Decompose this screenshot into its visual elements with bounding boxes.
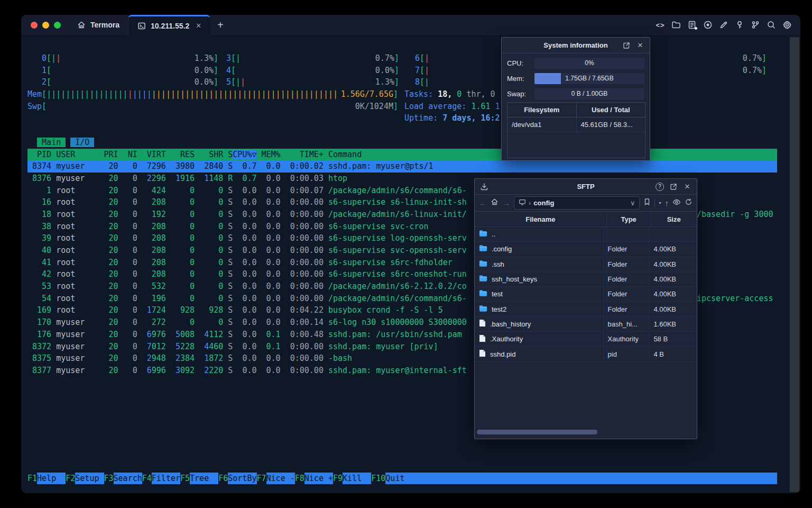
up-directory-icon[interactable]: ↑ [665, 198, 669, 207]
cpu-meter-4: 4[0.0%] [226, 65, 399, 77]
open-in-window-icon[interactable] [669, 183, 678, 191]
tasks-summary: Tasks: 18, 0 thr, 0 [404, 88, 495, 101]
file-row[interactable]: testFolder4.00KB [475, 287, 697, 302]
bookmark-icon[interactable] [643, 198, 651, 208]
new-tab-button[interactable]: + [210, 15, 231, 35]
cpu-meter-0: 0[||1.3%] [42, 52, 218, 65]
file-type: Folder [604, 257, 650, 271]
app-window: Termora 10.211.55.2 ✕ + <> [21, 15, 800, 493]
sysinfo-meter-row: CPU:0% [507, 57, 644, 69]
fkey-button-kill[interactable]: Kill [343, 473, 371, 484]
file-name: .. [492, 230, 495, 238]
current-directory: config [533, 199, 554, 207]
tab-session[interactable]: 10.211.55.2 ✕ [128, 15, 210, 35]
column-filename[interactable]: Filename [475, 212, 607, 226]
log-notes-icon[interactable] [687, 20, 697, 30]
keys-icon[interactable] [735, 20, 744, 30]
file-row[interactable]: .sshFolder4.00KB [475, 257, 697, 272]
htop-function-bar: F1Help F2Setup F3SearchF4FilterF5Tree F6… [27, 473, 777, 484]
maximize-window-button[interactable] [54, 22, 61, 29]
sort-column-cpu[interactable]: CPU%▽ [233, 150, 256, 159]
titlebar: Termora 10.211.55.2 ✕ + <> [21, 15, 800, 35]
fkey-button-nice-[interactable]: Nice - [266, 473, 295, 484]
bookmark-dropdown-caret[interactable]: ▾ [659, 201, 661, 205]
memory-meter-row: Mem[||||||||||||||||||||||||||||||||||||… [27, 88, 777, 101]
tab-label: Termora [90, 21, 119, 29]
open-in-window-icon[interactable] [622, 41, 631, 50]
fkey-button-search[interactable]: Search [114, 473, 142, 484]
cpu-meter-1: 1[0.0%] [42, 65, 218, 77]
traffic-lights [21, 15, 68, 35]
fkey-button-quit[interactable]: Quit [385, 473, 777, 484]
folder-icon[interactable] [671, 20, 681, 30]
command-tail: /basedir -g 3000 [697, 208, 773, 221]
minimize-window-button[interactable] [42, 22, 49, 29]
show-hidden-eye-icon[interactable] [672, 198, 681, 208]
file-name: test2 [492, 305, 506, 313]
column-filesystem: Filesystem [508, 103, 577, 117]
file-row[interactable]: test2Folder4.00KB [475, 302, 697, 316]
file-row[interactable]: .configFolder4.00KB [475, 242, 697, 257]
meter-value: 0 B / 1.00GB [534, 88, 644, 99]
file-type: Folder [604, 272, 650, 286]
uptime-row: Uptime: 7 days, 16:2 [27, 112, 777, 124]
file-row[interactable]: .. [475, 227, 697, 242]
file-icon [479, 349, 486, 359]
column-used-total: Used / Total [577, 103, 645, 117]
process-row[interactable]: 8374 myuser 20 0 7296 3980 2840 S 0.7 0.… [27, 160, 777, 173]
file-row[interactable]: .XauthorityXauthority58 B [475, 332, 697, 347]
process-table-header[interactable]: PID USER PRI NI VIRT RES SHR SCPU%▽ MEM%… [27, 149, 777, 161]
column-size[interactable]: Size [651, 212, 697, 226]
fkey-label-f2: F2 [66, 473, 75, 484]
transfers-download-icon[interactable] [475, 183, 488, 191]
forward-arrow-icon[interactable]: → [502, 198, 510, 207]
chevron-down-icon[interactable]: ∨ [630, 199, 635, 207]
memory-meter: Mem[||||||||||||||||||||||||||||||||||||… [27, 88, 398, 101]
port-forwarding-icon[interactable] [751, 20, 760, 30]
tab-main[interactable]: Main [37, 138, 66, 147]
fkey-button-nice-[interactable]: Nice + [304, 473, 333, 484]
cpu-meter-2: 2[0.0%] [42, 76, 218, 88]
file-row[interactable]: ssh_host_keysFolder4.00KB [475, 272, 697, 287]
meter-bar: 0 B / 1.00GB [534, 88, 644, 99]
fkey-label-f1: F1 [27, 473, 37, 484]
file-name: .config [492, 245, 512, 253]
cpu-meter-row: 0[||1.3%]3[|0.7%]6[|0.7%] [27, 52, 777, 65]
tab-io[interactable]: I/O [70, 138, 94, 147]
help-icon[interactable]: ? [656, 183, 664, 191]
settings-gear-icon[interactable] [782, 20, 792, 30]
meter-label: Swap: [507, 90, 534, 98]
fkey-button-tree[interactable]: Tree [190, 473, 218, 484]
home-icon[interactable] [491, 198, 499, 208]
fkey-button-help[interactable]: Help [37, 473, 66, 484]
code-snippets-icon[interactable]: <> [656, 20, 665, 30]
back-arrow-icon[interactable]: ← [479, 198, 487, 207]
titlebar-actions: <> [656, 15, 800, 35]
cpu-meter-3: 3[|0.7%] [226, 52, 399, 65]
file-row[interactable]: sshd.pidpid4 B [475, 347, 697, 361]
close-tab-icon[interactable]: ✕ [196, 22, 201, 30]
home-icon [77, 20, 86, 30]
filesystem-row[interactable]: /dev/vda145.61GB / 58.3... [508, 117, 645, 132]
file-type: Folder [604, 287, 650, 301]
tab-termora-home[interactable]: Termora [68, 15, 128, 35]
edit-pencil-icon[interactable] [719, 20, 728, 30]
fkey-label-f9: F9 [333, 473, 343, 484]
close-icon[interactable]: ✕ [636, 41, 644, 50]
column-type[interactable]: Type [607, 212, 651, 226]
path-breadcrumb[interactable]: › config ∨ [514, 196, 640, 210]
close-window-button[interactable] [31, 22, 38, 29]
sftp-horizontal-scrollbar[interactable] [476, 430, 696, 435]
record-macro-icon[interactable] [703, 20, 713, 30]
sftp-panel: SFTP ? ✕ ← → › config ∨ [474, 178, 697, 439]
refresh-icon[interactable] [685, 198, 693, 208]
close-icon[interactable]: ✕ [683, 183, 691, 191]
cpu-meter-row: 2[0.0%]5[||1.3%]8[| [27, 76, 777, 88]
fkey-button-filter[interactable]: Filter [152, 473, 180, 484]
terminal-scrollbar[interactable] [790, 37, 799, 492]
folder-icon [479, 244, 487, 253]
fkey-button-sortby[interactable]: SortBy [228, 473, 256, 484]
search-icon[interactable] [767, 20, 776, 30]
fkey-button-setup[interactable]: Setup [75, 473, 104, 484]
file-row[interactable]: .bash_historybash_hi...1.60KB [475, 317, 697, 332]
